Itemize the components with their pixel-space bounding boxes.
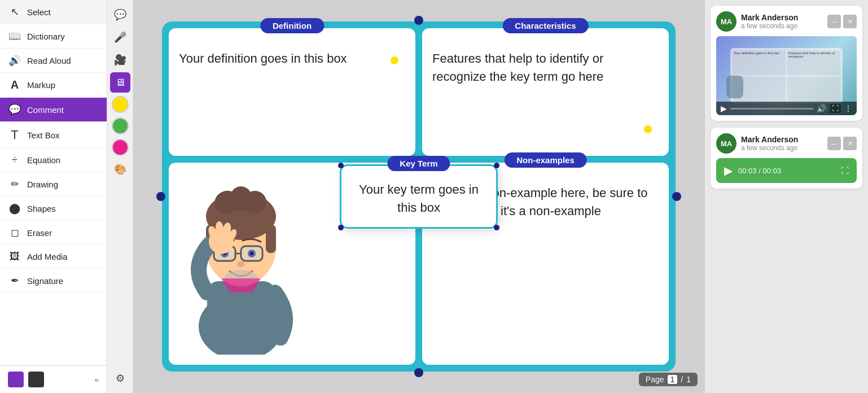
sidebar-item-shapes[interactable]: ⬤ Shapes <box>0 197 107 221</box>
sidebar-bottom: « <box>0 365 107 393</box>
page-total: 1 <box>686 375 691 384</box>
page-toggle-purple[interactable] <box>8 372 24 387</box>
yellow-dot-definition <box>391 56 398 64</box>
mini-microphone-button[interactable]: 🎤 <box>110 27 130 47</box>
collapse-button[interactable]: « <box>95 375 99 384</box>
audio-play-button[interactable]: ▶ <box>724 164 733 177</box>
comment-minimize-1[interactable]: — <box>827 15 841 28</box>
video-thumbnail-1: Your definition goes in this box Feature… <box>716 36 857 115</box>
page-separator: / <box>681 375 683 384</box>
signature-icon: ✒ <box>8 274 21 287</box>
mini-camera-button[interactable]: 🎥 <box>110 50 130 70</box>
audio-expand-button[interactable]: ⛶ <box>841 166 849 175</box>
palette-button[interactable]: 🎨 <box>110 159 130 180</box>
sidebar-label-add-media: Add Media <box>27 252 68 261</box>
sidebar-item-equation[interactable]: ÷ Equation <box>0 149 107 172</box>
markup-icon: A <box>8 78 21 91</box>
yellow-dot-characteristics <box>644 125 652 133</box>
sidebar-item-add-media[interactable]: 🖼 Add Media <box>0 245 107 269</box>
mini-toolbar: 💬 🎤 🎥 🖥 🎨 ⚙ <box>107 0 133 393</box>
audio-timestamp: 00:03 / 00:03 <box>738 167 781 175</box>
comment-header-1: MA Mark Anderson a few seconds ago — ✕ <box>716 11 857 32</box>
left-dot <box>156 192 165 201</box>
definition-label: Definition <box>260 18 324 33</box>
key-term-dot-br <box>494 225 499 230</box>
video-controls-1: ▶ 🔊 ⛶ ⋮ <box>716 102 857 115</box>
color-green[interactable] <box>112 117 129 134</box>
color-yellow[interactable] <box>112 96 129 113</box>
bottom-dot <box>414 368 423 377</box>
sidebar-label-read-aloud: Read Aloud <box>27 56 71 66</box>
color-pink[interactable] <box>112 139 129 156</box>
sidebar-label-shapes: Shapes <box>27 204 56 213</box>
svg-point-20 <box>237 261 245 267</box>
sidebar-item-signature[interactable]: ✒ Signature <box>0 269 107 293</box>
sidebar-item-drawing[interactable]: ✏ Drawing <box>0 172 107 197</box>
sidebar-label-eraser: Eraser <box>27 228 52 238</box>
video-more-options[interactable]: ⋮ <box>844 104 852 113</box>
comment-icon: 💬 <box>8 103 21 116</box>
sidebar-label-drawing: Drawing <box>27 180 58 189</box>
sidebar-label-signature: Signature <box>27 276 63 286</box>
key-term-text[interactable]: Your key term goes in this box <box>352 181 486 217</box>
characteristics-text[interactable]: Features that help to identify or recogn… <box>432 50 659 86</box>
sidebar-item-text-box[interactable]: T Text Box <box>0 122 107 149</box>
comment-username-2: Mark Anderson <box>741 135 798 144</box>
audio-player: ▶ 00:03 / 00:03 ⛶ <box>716 158 857 183</box>
video-volume-icon[interactable]: 🔊 <box>817 104 826 113</box>
video-progress-bar-1[interactable] <box>730 108 813 110</box>
comment-actions-2: — ✕ <box>827 137 857 150</box>
canvas-area: Definition Your definition goes in this … <box>133 0 704 393</box>
video-fullscreen-btn[interactable]: ⛶ <box>830 104 841 113</box>
sidebar-item-dictionary[interactable]: 📖 Dictionary <box>0 24 107 49</box>
key-term-dot-tr <box>494 163 499 168</box>
comment-user-info-1: Mark Anderson a few seconds ago <box>741 13 798 30</box>
comment-close-2[interactable]: ✕ <box>843 137 857 150</box>
comment-close-1[interactable]: ✕ <box>843 15 857 28</box>
definition-text[interactable]: Your definition goes in this box <box>179 50 405 68</box>
right-dot <box>672 192 681 201</box>
key-term-dot-tl <box>338 163 344 168</box>
text-box-icon: T <box>8 128 21 142</box>
video-content-preview: Your definition goes in this box Feature… <box>730 48 843 103</box>
page-current: 1 <box>668 375 678 384</box>
user-avatar-1: MA <box>716 11 737 32</box>
avatar-thumbnail <box>726 76 743 98</box>
comment-username-1: Mark Anderson <box>741 13 798 22</box>
settings-button[interactable]: ⚙ <box>110 368 130 388</box>
comment-user-info-2: Mark Anderson a few seconds ago <box>741 135 798 152</box>
add-media-icon: 🖼 <box>8 251 21 263</box>
mini-comment-button[interactable]: 💬 <box>110 5 130 25</box>
comment-actions-1: — ✕ <box>827 15 857 28</box>
sidebar-item-select[interactable]: ↖ Select <box>0 0 107 24</box>
sidebar-item-comment[interactable]: 💬 Comment <box>0 98 107 122</box>
page-toggle-dark[interactable] <box>28 372 44 387</box>
sidebar-item-markup[interactable]: A Markup <box>0 73 107 98</box>
sidebar-label-select: Select <box>27 7 51 17</box>
sidebar-item-read-aloud[interactable]: 🔊 Read Aloud <box>0 49 107 73</box>
comment-minimize-2[interactable]: — <box>827 137 841 150</box>
mini-monitor-button[interactable]: 🖥 <box>110 72 130 93</box>
page-label: Page <box>646 375 664 384</box>
characteristics-cell: Characteristics Features that help to id… <box>422 28 669 156</box>
svg-point-19 <box>250 252 253 255</box>
sidebar-label-equation: Equation <box>27 155 60 165</box>
top-dot <box>414 16 423 25</box>
dictionary-icon: 📖 <box>8 30 21 42</box>
video-play-icon[interactable]: ▶ <box>721 104 727 113</box>
avatar-character <box>179 174 303 355</box>
frayer-model: Definition Your definition goes in this … <box>162 21 676 372</box>
eraser-icon: ◻ <box>8 226 21 239</box>
user-avatar-2: MA <box>716 133 737 154</box>
shapes-icon: ⬤ <box>8 202 21 215</box>
sidebar-label-dictionary: Dictionary <box>27 32 65 41</box>
definition-cell: Definition Your definition goes in this … <box>169 28 415 156</box>
sidebar-label-markup: Markup <box>27 80 55 90</box>
select-icon: ↖ <box>8 6 21 18</box>
drawing-icon: ✏ <box>8 178 21 190</box>
key-term-label: Key Term <box>387 156 450 171</box>
sidebar: ↖ Select 📖 Dictionary 🔊 Read Aloud A Mar… <box>0 0 107 393</box>
comment-time-2: a few seconds ago <box>741 144 798 152</box>
sidebar-label-comment: Comment <box>27 105 64 115</box>
sidebar-item-eraser[interactable]: ◻ Eraser <box>0 221 107 245</box>
